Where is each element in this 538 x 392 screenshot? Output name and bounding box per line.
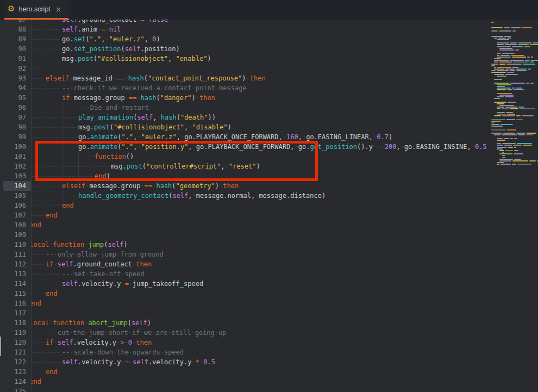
code-token: ·message.group· xyxy=(85,181,144,191)
indent-guide xyxy=(46,181,62,191)
minimap-row xyxy=(489,32,537,33)
line-number: 117 xyxy=(0,308,31,318)
code-token: · xyxy=(124,73,128,83)
code-line: self.velocity.y·=·self.velocity.y·*·0.5 xyxy=(0,357,538,367)
code-token: ,·go.EASING_LINEAR,· xyxy=(298,132,377,142)
minimap-row xyxy=(489,131,537,132)
code-token: 0.7 xyxy=(377,132,389,142)
minimap-code-segment xyxy=(491,64,498,65)
minimap-code-segment xyxy=(491,124,499,125)
code-token: )· xyxy=(191,93,199,103)
minimap-row xyxy=(489,124,537,125)
minimap-code-segment xyxy=(531,57,533,58)
indent-guide xyxy=(62,191,78,201)
minimap-code-segment xyxy=(499,61,512,63)
minimap-code-segment xyxy=(510,138,513,139)
code-token: () xyxy=(126,152,134,161)
minimap-code-segment xyxy=(494,102,506,103)
indent-guide xyxy=(29,152,46,161)
minimap-code-segment xyxy=(497,162,504,163)
code-token: ( xyxy=(142,161,146,171)
minimap-code-segment xyxy=(533,42,538,43)
minimap-code-segment xyxy=(516,115,521,116)
minimap-code-segment xyxy=(494,38,497,39)
code-line: --·Die·and·restart xyxy=(0,103,538,113)
line-number: 98 xyxy=(0,122,31,132)
tab-close-icon[interactable]: × xyxy=(54,5,63,14)
minimap-row xyxy=(489,77,537,78)
code-token: ,·go.PLAYBACK_ONCE_FORWARD,· xyxy=(177,132,286,142)
code-token: hash xyxy=(128,73,144,83)
minimap-code-segment xyxy=(494,79,502,80)
tab-hero-script[interactable]: ⚙ hero.script × xyxy=(4,0,68,20)
minimap-row xyxy=(489,102,537,103)
minimap-code-segment xyxy=(505,74,518,75)
code-area[interactable]: self.ground_contact·=·falseself.anim·=·n… xyxy=(0,15,538,392)
code-line: local·function·jump(self) xyxy=(0,240,538,250)
minimap-row xyxy=(489,155,537,156)
minimap-code-segment xyxy=(494,83,509,84)
code-line: go.set(".",·"euler.z",·0) xyxy=(0,34,538,44)
indent-guide xyxy=(62,171,78,181)
code-line: --·set·take-off·speed xyxy=(0,269,538,279)
code-token: self xyxy=(125,44,141,54)
minimap-row xyxy=(489,29,537,30)
minimap-code-segment xyxy=(491,36,503,37)
code-token: ( xyxy=(110,122,114,132)
minimap-row xyxy=(489,133,537,134)
minimap-code-segment xyxy=(498,38,506,39)
code-line: end xyxy=(0,220,538,230)
code-token: self xyxy=(133,357,148,367)
minimap-code-segment xyxy=(491,70,496,71)
minimap-code-segment xyxy=(520,108,535,109)
code-token: --·only·allow·jump·from·ground xyxy=(46,250,164,259)
code-token: msg. xyxy=(62,54,78,64)
code-token: msg. xyxy=(78,122,94,132)
indent-guide xyxy=(46,357,62,367)
minimap-code-segment xyxy=(497,89,506,90)
minimap-code-segment xyxy=(512,160,528,161)
minimap-row xyxy=(489,30,537,32)
code-line: self.velocity.y·=·jump_takeoff_speed xyxy=(0,279,538,289)
line-number: 120 xyxy=(0,338,31,347)
code-token: ( xyxy=(128,318,132,328)
indent-guide xyxy=(29,338,46,347)
line-number: 114 xyxy=(0,279,31,289)
line-number: 93 xyxy=(0,73,31,83)
code-token: ( xyxy=(133,113,137,122)
minimap-row xyxy=(489,166,537,167)
indent-guide xyxy=(29,83,46,93)
minimap-row xyxy=(489,69,537,70)
minimap-code-segment xyxy=(497,103,504,104)
code-token: --·scale·down·the·upwards·speed xyxy=(62,347,184,357)
minimap-row xyxy=(489,72,537,73)
indent-guide xyxy=(62,142,78,152)
indent-guide xyxy=(29,73,46,83)
minimap-row xyxy=(489,127,537,128)
indent-guide xyxy=(46,122,62,132)
minimap-code-segment xyxy=(497,96,504,97)
code-token: == xyxy=(129,93,136,103)
minimap-code-segment xyxy=(499,150,504,151)
code-editor[interactable]: self.ground_contact·=·falseself.anim·=·n… xyxy=(0,0,538,392)
minimap-row xyxy=(489,91,537,92)
minimap-content xyxy=(489,22,537,167)
code-token: --·cut·the·jump·short·if·we·are·still·go… xyxy=(46,328,227,338)
minimap-row xyxy=(489,114,537,115)
minimap-code-segment xyxy=(497,145,503,146)
minimap-code-segment xyxy=(514,153,523,154)
code-line: function() xyxy=(0,152,538,161)
minimap-row xyxy=(489,108,537,109)
minimap-code-segment xyxy=(529,160,536,161)
minimap-code-segment xyxy=(523,145,532,146)
code-token: ( xyxy=(117,142,121,152)
minimap-code-segment xyxy=(503,133,515,134)
minimap-code-segment xyxy=(497,67,511,68)
minimap[interactable] xyxy=(487,20,538,392)
indent-guide xyxy=(46,83,62,93)
indent-guide xyxy=(29,34,46,44)
code-token: end xyxy=(62,201,74,210)
minimap-code-segment xyxy=(527,57,530,58)
minimap-code-segment xyxy=(518,107,524,108)
code-token: "." xyxy=(122,132,134,142)
